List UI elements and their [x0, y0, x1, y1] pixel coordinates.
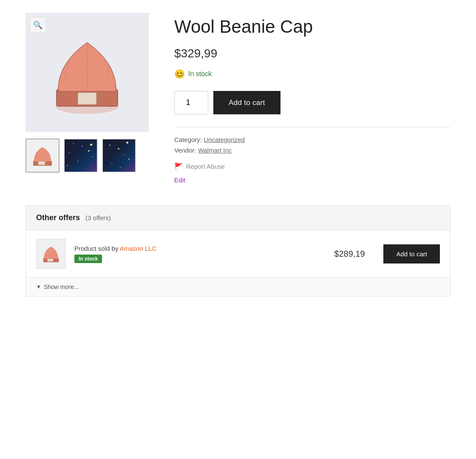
sold-by-text: Product sold by Amazon LLC [74, 245, 315, 252]
thumbnails [26, 139, 149, 173]
product-info: Wool Beanie Cap $329,99 😊 In stock Add t… [174, 13, 450, 184]
stock-status: 😊 In stock [174, 69, 450, 79]
sparkle-image-3 [103, 139, 135, 172]
vendor-line: Vendor: Walmart Inc [174, 147, 450, 154]
zoom-button[interactable]: 🔍 [30, 17, 46, 33]
report-abuse-label: Report Abuse [186, 163, 225, 170]
show-more-label: Show more... [44, 283, 79, 290]
thumbnail-3[interactable] [102, 139, 136, 173]
add-to-cart-row: Add to cart [174, 91, 450, 114]
show-more-row[interactable]: ▼ Show more... [26, 277, 450, 296]
offer-details: Product sold by Amazon LLC In stock [74, 245, 315, 263]
edit-link[interactable]: Edit [174, 176, 185, 184]
product-images: 🔍 [26, 13, 149, 184]
svg-rect-2 [78, 93, 96, 105]
product-meta: Category: Uncategorized Vendor: Walmart … [174, 127, 450, 154]
report-abuse[interactable]: 🚩 Report Abuse [174, 162, 450, 170]
offer-thumbnail [36, 239, 66, 269]
in-stock-icon: 😊 [174, 69, 185, 79]
zoom-icon: 🔍 [33, 20, 42, 30]
other-offers-section: Other offers (3 offers) Product sold by … [26, 205, 450, 297]
add-to-cart-button[interactable]: Add to cart [213, 91, 280, 114]
svg-rect-4 [38, 162, 45, 165]
product-section: 🔍 [26, 13, 450, 184]
other-offers-heading: Other offers [36, 213, 80, 222]
sparkle-image-2 [65, 139, 97, 172]
product-title: Wool Beanie Cap [174, 17, 450, 37]
category-label: Category: [174, 136, 202, 143]
quantity-input[interactable] [174, 91, 208, 114]
thumbnail-2[interactable] [64, 139, 98, 173]
stock-label: In stock [188, 70, 212, 78]
main-product-image [49, 30, 125, 115]
vendor-link[interactable]: Walmart Inc [198, 147, 232, 154]
sold-by-prefix: Product sold by [74, 245, 120, 252]
category-line: Category: Uncategorized [174, 136, 450, 143]
svg-rect-6 [48, 259, 53, 262]
offers-count: (3 offers) [85, 214, 111, 221]
offer-price: $289,19 [324, 249, 375, 259]
category-link[interactable]: Uncategorized [204, 136, 245, 143]
product-price: $329,99 [174, 47, 450, 60]
show-more-arrow-icon: ▼ [36, 284, 41, 290]
other-offers-header: Other offers (3 offers) [26, 206, 450, 230]
offer-in-stock-badge: In stock [74, 255, 102, 263]
main-image-wrapper: 🔍 [26, 13, 149, 132]
seller-link[interactable]: Amazon LLC [120, 245, 157, 252]
flag-icon: 🚩 [174, 162, 183, 170]
vendor-label: Vendor: [174, 147, 196, 154]
offer-add-to-cart-button[interactable]: Add to cart [383, 244, 440, 264]
thumbnail-1[interactable] [26, 139, 60, 173]
offer-row: Product sold by Amazon LLC In stock $289… [26, 230, 450, 277]
